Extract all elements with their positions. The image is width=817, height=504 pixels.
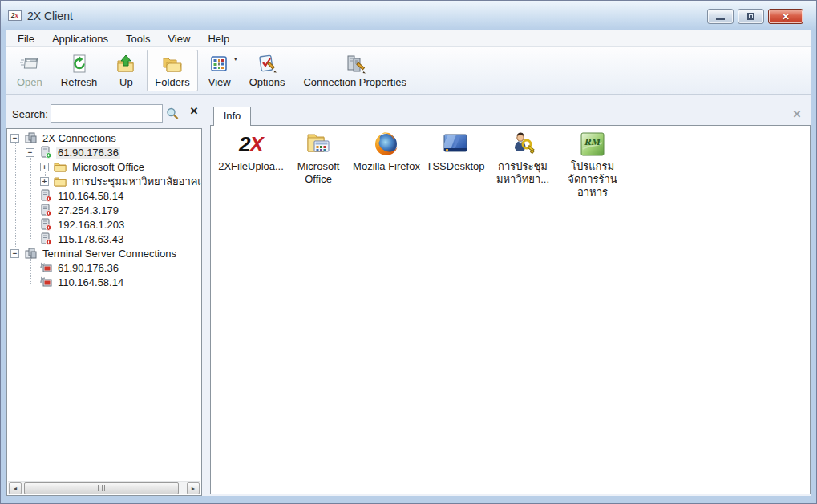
search-label: Search: [12, 108, 48, 120]
folders-button[interactable]: Folders [147, 50, 197, 91]
connection-properties-icon [345, 54, 366, 75]
search-input[interactable] [51, 104, 163, 123]
maximize-button[interactable] [738, 9, 764, 24]
close-icon: ✕ [782, 11, 790, 22]
client-area: Search: ✕ − 2X Connections − [6, 95, 811, 496]
titlebar: 2x 2X Client [1, 1, 816, 30]
menu-applications[interactable]: Applications [43, 31, 117, 46]
tree-item-server-110-164-58-14[interactable]: 110.164.58.14 [7, 188, 201, 203]
search-icon[interactable] [165, 107, 180, 121]
connections-tree-panel: − 2X Connections − 61.90.176.36 [6, 128, 202, 496]
toolbar: Open Refresh Up F [6, 47, 811, 95]
tree-item-server-192-168-1-203[interactable]: 192.168.1.203 [7, 217, 201, 232]
scrollbar-grip-icon [98, 485, 105, 491]
view-grid-icon: ▾ [209, 54, 230, 75]
app-item-thai-meeting[interactable]: การประชุม มหาวิทยา... [483, 129, 563, 186]
firefox-logo-icon [346, 129, 427, 159]
server-online-icon [39, 146, 52, 159]
expand-toggle[interactable]: + [40, 163, 49, 171]
tree-item-server-115-178-63-43[interactable]: 115.178.63.43 [7, 232, 201, 246]
app-icon: 2x [8, 10, 22, 21]
scrollbar-track[interactable] [22, 482, 186, 494]
scrollbar-thumb[interactable] [24, 482, 179, 494]
app-label: โปรแกรม จัดการร้าน อาหาร [552, 160, 633, 199]
applications-panel: 2X 2XFileUploa... Microsoft Office [210, 125, 811, 494]
maximize-icon [747, 13, 754, 20]
tree-item-server-27-254-3-179[interactable]: 27.254.3.179 [7, 203, 201, 217]
app-item-mozilla-firefox[interactable]: Mozilla Firefox [346, 129, 427, 173]
terminal-screen-icon [39, 276, 52, 288]
caption-buttons: ✕ [707, 9, 803, 24]
menu-view[interactable]: View [159, 31, 199, 46]
servers-group-icon [24, 131, 37, 144]
server-offline-icon [39, 218, 52, 231]
person-key-icon [483, 129, 563, 159]
folder-up-icon [115, 54, 136, 75]
menu-tools[interactable]: Tools [117, 31, 159, 46]
folder-icon [54, 175, 67, 187]
view-button[interactable]: ▾ View [200, 50, 239, 91]
folders-icon [162, 54, 183, 75]
terminal-screen-icon [39, 261, 52, 274]
tab-info[interactable]: Info [213, 107, 251, 126]
collapse-toggle[interactable]: − [10, 134, 19, 143]
collapse-toggle[interactable]: − [10, 249, 19, 258]
up-button[interactable]: Up [107, 50, 144, 91]
rm-green-icon: RM [552, 129, 633, 159]
menubar: File Applications Tools View Help [6, 30, 811, 47]
window-title: 2X Client [27, 10, 73, 22]
tree-item-2x-connections[interactable]: − 2X Connections [7, 131, 201, 145]
horizontal-scrollbar: ◄ ► [8, 481, 200, 494]
tree-item-microsoft-office[interactable]: + Microsoft Office [7, 159, 201, 174]
open-button[interactable]: Open [9, 50, 51, 91]
scroll-left-button[interactable]: ◄ [9, 482, 22, 494]
search-close-button[interactable]: ✕ [188, 105, 200, 118]
app-label: การประชุม มหาวิทยา... [483, 160, 563, 186]
server-offline-icon [39, 189, 52, 202]
server-offline-icon [39, 204, 52, 216]
expand-toggle[interactable]: + [40, 177, 49, 186]
options-icon [257, 54, 277, 75]
tab-close-button[interactable]: ✕ [791, 108, 803, 121]
svg-text:RM: RM [584, 135, 601, 147]
refresh-button[interactable]: Refresh [53, 50, 106, 91]
refresh-icon [69, 54, 90, 75]
app-label: Mozilla Firefox [346, 160, 427, 173]
tree-item-terminal-110-164-58-14[interactable]: 110.164.58.14 [7, 275, 201, 289]
tree-item-server-61-90-176-36[interactable]: − 61.90.176.36 [7, 145, 201, 159]
folder-icon [54, 160, 67, 173]
minimize-button[interactable] [707, 9, 734, 24]
scroll-right-button[interactable]: ► [187, 482, 200, 494]
tree-item-terminal-61-90-176-36[interactable]: 61.90.176.36 [7, 260, 201, 275]
tree-item-terminal-server-connections[interactable]: − Terminal Server Connections [7, 246, 201, 260]
options-button[interactable]: Options [241, 50, 293, 91]
close-button[interactable]: ✕ [768, 9, 803, 24]
view-dropdown-caret[interactable]: ▾ [234, 55, 237, 62]
tree-item-thai-folder[interactable]: + การประชุมมหาวิทยาลัยอาคเนย์ [7, 174, 201, 188]
menu-file[interactable]: File [9, 31, 43, 46]
menu-help[interactable]: Help [199, 31, 238, 46]
tree-rows: − 2X Connections − 61.90.176.36 [7, 131, 201, 289]
minimize-icon [716, 18, 725, 20]
connection-properties-button[interactable]: Connection Properties [295, 50, 415, 91]
open-window-icon [19, 54, 40, 75]
collapse-toggle[interactable]: − [26, 148, 34, 157]
app-item-restaurant-manager[interactable]: RM โปรแกรม จัดการร้าน อาหาร [552, 129, 633, 199]
servers-group-icon [24, 247, 37, 260]
server-offline-icon [39, 232, 52, 245]
